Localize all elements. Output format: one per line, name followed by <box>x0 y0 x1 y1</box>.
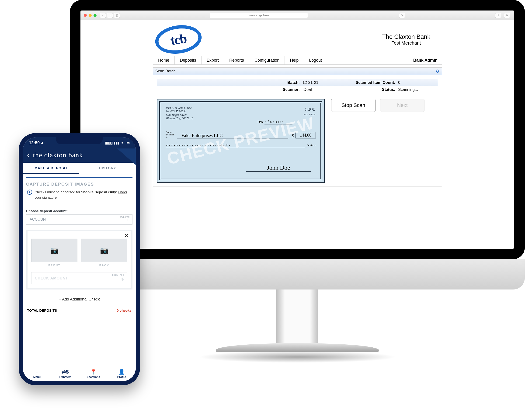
check-addr1: John A. or Jane L. Doe <box>166 106 316 110</box>
url-text: www.tcbga.bank <box>249 14 269 17</box>
capture-front-button[interactable]: 📷 <box>31 239 77 262</box>
totals-row: TOTAL DEPOSITS 0 checks <box>26 305 133 313</box>
account-select[interactable]: ACCOUNT required → <box>26 214 133 225</box>
nav-profile[interactable]: 👤Profile <box>107 367 136 381</box>
choose-account-label: Choose deposit account: <box>26 209 133 213</box>
close-icon[interactable]: ✕ <box>124 233 129 239</box>
nav-forward-button[interactable]: › <box>107 13 113 18</box>
add-additional-check-button[interactable]: + Add Additional Check <box>26 294 133 305</box>
main-menu: Home Deposits Export Reports Configurati… <box>153 56 442 65</box>
front-label: FRONT <box>31 264 77 267</box>
total-checks-count: 0 checks <box>117 308 132 312</box>
next-button: Next <box>380 99 425 112</box>
tcb-logo: tcb <box>155 25 202 53</box>
notice-bold: Mobile Deposit Only <box>82 190 116 194</box>
check-dollars-label: Dollars <box>306 144 316 147</box>
status-label: Status: <box>337 87 398 92</box>
merchant-name: Test Merchant <box>382 40 430 46</box>
reload-button[interactable]: ⟳ <box>399 13 405 18</box>
menu-deposits[interactable]: Deposits <box>174 56 201 64</box>
menu-help[interactable]: Help <box>285 56 304 64</box>
profile-icon: 👤 <box>107 369 136 375</box>
batch-value: 12-21-21 <box>303 80 337 85</box>
logo-text: tcb <box>170 31 188 48</box>
batch-label: Batch: <box>162 80 303 85</box>
menu-configuration[interactable]: Configuration <box>249 56 285 64</box>
scan-batch-panel: Scan Batch ⚙ Batch: 12-21-21 Scanned Ite… <box>153 68 442 187</box>
progress-bar <box>26 177 133 178</box>
camera-icon: 📷 <box>50 246 59 255</box>
webapp-page: tcb The Claxton Bank Test Merchant Home … <box>80 20 514 249</box>
wifi-icon: ᯤ <box>121 141 124 145</box>
bank-name: The Claxton Bank <box>382 33 430 40</box>
chevron-right-icon: → <box>125 218 129 222</box>
back-label: BACK <box>81 264 127 267</box>
account-placeholder: ACCOUNT <box>30 217 48 222</box>
sidebar-toggle-button[interactable]: ▥ <box>114 13 120 18</box>
window-controls[interactable] <box>84 14 96 17</box>
current-user-label: Bank Admin <box>409 56 442 64</box>
safari-toolbar: ‹ › ▥ www.tcbga.bank ⟳ ⇪ ⧉ <box>80 10 514 20</box>
capture-back-button[interactable]: 📷 <box>81 239 127 262</box>
tabs-button[interactable]: ⧉ <box>504 13 510 18</box>
panel-title: Scan Batch <box>155 69 176 74</box>
check-amount-placeholder: CHECK AMOUNT <box>35 276 68 280</box>
check-amount-input[interactable]: CHECK AMOUNT required $ <box>31 272 127 284</box>
back-button[interactable]: ‹ <box>27 150 30 159</box>
menu-logout[interactable]: Logout <box>304 56 327 64</box>
check-date-value: x / x / xxxx <box>265 119 293 124</box>
notice-pre: Checks must be endorsed for " <box>35 190 82 194</box>
check-amount-words: xxxxxxxxxxxxxxxxxxxxxxxxxxxxxxx and xx/x… <box>166 144 304 147</box>
check-date-label: Date <box>257 120 264 124</box>
menu-home[interactable]: Home <box>153 56 174 64</box>
endorsement-notice: i Checks must be endorsed for "Mobile De… <box>26 190 133 204</box>
menu-icon: ≡ <box>23 369 51 375</box>
minimize-window-icon[interactable] <box>89 14 92 17</box>
amount-required: required <box>112 273 124 276</box>
check-addr3: 1234 Happy Street <box>166 113 316 117</box>
menu-export[interactable]: Export <box>201 56 224 64</box>
total-deposits-label: TOTAL DEPOSITS <box>27 308 57 312</box>
check-currency: $ <box>292 134 294 138</box>
check-payee: Fake Enterprises LLC <box>177 133 288 138</box>
batch-info-table: Batch: 12-21-21 Scanned Item Count: 0 Sc… <box>157 79 438 93</box>
check-preview: CHECK PREVIEW John A. or Jane L. Doe Ph:… <box>157 99 325 183</box>
url-bar[interactable]: www.tcbga.bank <box>210 13 308 18</box>
nav-back-button[interactable]: ‹ <box>100 13 106 18</box>
count-label: Scanned Item Count: <box>337 80 398 85</box>
status-value: Scanning... <box>398 87 433 92</box>
menu-reports[interactable]: Reports <box>224 56 249 64</box>
status-time: 12:59 ◂ <box>29 140 43 146</box>
battery-icon: ▭ <box>126 141 130 145</box>
iphone-device: 12:59 ◂ ▮▯▯▯ ▮▮▮ ᯤ ▭ ‹ the claxton bank … <box>19 133 140 385</box>
stop-scan-button[interactable]: Stop Scan <box>331 99 376 112</box>
check-signature: John Doe <box>246 164 311 172</box>
currency-label: $ <box>122 277 124 281</box>
fullscreen-window-icon[interactable] <box>94 14 96 17</box>
gear-icon[interactable]: ⚙ <box>436 69 439 74</box>
count-value: 0 <box>398 80 433 85</box>
scanner-label: Scanner: <box>162 87 303 92</box>
share-button[interactable]: ⇪ <box>495 13 501 18</box>
transfers-icon: ⇄$ <box>51 369 79 375</box>
notice-post: " <box>116 190 118 194</box>
nav-locations[interactable]: 📍Locations <box>79 367 107 381</box>
check-amount: 144.00 <box>295 132 316 138</box>
tab-make-deposit[interactable]: MAKE A DEPOSIT <box>23 163 79 174</box>
nav-transfers[interactable]: ⇄$Transfers <box>51 367 79 381</box>
app-header: ‹ the claxton bank <box>23 148 136 163</box>
location-pin-icon: 📍 <box>79 369 107 375</box>
check-addr2: Ph: 405-555-1234 <box>166 110 316 113</box>
check-number: 5000 <box>305 106 315 112</box>
signal-icon: ▮▯▯▯ ▮▮▮ <box>105 141 119 145</box>
check-routing-hint: 0000 1/2020 <box>304 113 315 116</box>
info-icon: i <box>27 190 32 195</box>
capture-card: ✕ 📷 FRONT 📷 BACK CHECK AMOUNT req <box>26 230 133 289</box>
scanner-value: IDeal <box>303 87 337 92</box>
iphone-notch <box>56 137 103 144</box>
nav-menu[interactable]: ≡Menu <box>23 367 51 381</box>
check-addr4: Midwest City, OK 73110 <box>166 117 316 120</box>
section-title: CAPTURE DEPOSIT IMAGES <box>26 182 133 187</box>
camera-icon: 📷 <box>100 246 109 255</box>
close-window-icon[interactable] <box>84 14 87 17</box>
